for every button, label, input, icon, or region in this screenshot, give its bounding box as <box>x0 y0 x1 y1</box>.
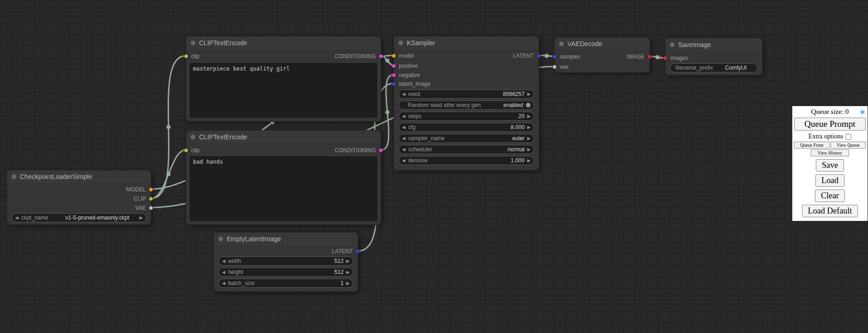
decrement-arrow-icon[interactable]: ◀ <box>402 137 405 141</box>
input-slot-images[interactable]: images <box>663 55 688 61</box>
widget-width[interactable]: ◀ width 512 ▶ <box>218 256 353 266</box>
decrement-arrow-icon[interactable]: ◀ <box>402 159 405 163</box>
widget-ckpt-name[interactable]: ◀ ckpt_name v1-5-pruned-emaonly.ckpt ▶ <box>12 213 146 222</box>
node-header[interactable]: CheckpointLoaderSimple <box>7 170 151 183</box>
vae-connector-icon[interactable] <box>552 65 557 69</box>
node-checkpointloadersimple[interactable]: CheckpointLoaderSimple MODEL CLIP VAE ◀ … <box>6 170 151 225</box>
widget-steps[interactable]: ◀ steps 20 ▶ <box>398 112 534 121</box>
image-connector-icon[interactable] <box>663 56 668 60</box>
clip-connector-icon[interactable] <box>149 196 153 201</box>
clip-connector-icon[interactable] <box>184 54 188 59</box>
node-cliptextencode-positive[interactable]: CLIPTextEncode clip CONDITIONING masterp… <box>186 36 381 122</box>
decrement-arrow-icon[interactable]: ◀ <box>222 281 225 285</box>
decrement-arrow-icon[interactable]: ◀ <box>402 125 405 130</box>
gear-icon[interactable] <box>860 108 865 117</box>
collapse-dot-icon[interactable] <box>191 135 195 139</box>
increment-arrow-icon[interactable]: ▶ <box>139 216 143 220</box>
clip-connector-icon[interactable] <box>184 148 188 153</box>
increment-arrow-icon[interactable]: ▶ <box>527 114 530 119</box>
conditioning-connector-icon[interactable] <box>379 54 383 59</box>
node-header[interactable]: CLIPTextEncode <box>186 36 381 49</box>
input-slot-negative[interactable]: negative <box>392 72 420 78</box>
input-slot-vae[interactable]: vae <box>552 64 568 70</box>
latent-connector-icon[interactable] <box>536 54 541 58</box>
decrement-arrow-icon[interactable]: ◀ <box>402 114 405 119</box>
save-button[interactable]: Save <box>816 159 844 172</box>
widget-scheduler[interactable]: ◀ scheduler normal ▶ <box>398 145 534 154</box>
widget-filename-prefix[interactable]: filename_prefix ComfyUI <box>670 63 758 72</box>
input-slot-clip[interactable]: clip <box>184 53 199 59</box>
decrement-arrow-icon[interactable]: ◀ <box>402 92 405 96</box>
node-header[interactable]: VAEDecode <box>555 37 650 50</box>
latent-connector-icon[interactable] <box>552 54 557 59</box>
clear-button[interactable]: Clear <box>815 190 845 202</box>
vae-connector-icon[interactable] <box>149 206 153 210</box>
widget-height[interactable]: ◀ height 512 ▶ <box>218 268 353 277</box>
increment-arrow-icon[interactable]: ▶ <box>527 148 530 152</box>
collapse-dot-icon[interactable] <box>398 41 403 45</box>
increment-arrow-icon[interactable]: ▶ <box>527 92 530 96</box>
model-connector-icon[interactable] <box>392 54 396 58</box>
output-slot-clip[interactable]: CLIP <box>133 196 153 202</box>
increment-arrow-icon[interactable]: ▶ <box>527 159 530 163</box>
decrement-arrow-icon[interactable]: ◀ <box>402 148 405 152</box>
node-header[interactable]: EmptyLatentImage <box>214 232 358 245</box>
node-saveimage[interactable]: SaveImage images filename_prefix ComfyUI <box>665 38 763 76</box>
view-history-button[interactable]: View History <box>811 149 850 156</box>
increment-arrow-icon[interactable]: ▶ <box>346 281 350 285</box>
extra-options-checkbox[interactable] <box>845 134 851 140</box>
widget-denoise[interactable]: ◀ denoise 1.000 ▶ <box>398 156 534 165</box>
input-slot-positive[interactable]: positive <box>392 63 418 69</box>
image-connector-icon[interactable] <box>647 54 652 59</box>
widget-cfg[interactable]: ◀ cfg 8.000 ▶ <box>398 123 534 132</box>
output-slot-model[interactable]: MODEL <box>126 186 153 193</box>
load-default-button[interactable]: Load Default <box>802 205 858 217</box>
increment-arrow-icon[interactable]: ▶ <box>346 259 350 263</box>
conditioning-connector-icon[interactable] <box>379 148 383 153</box>
model-connector-icon[interactable] <box>149 187 153 192</box>
input-slot-latent-image[interactable]: latent_image <box>392 81 431 87</box>
collapse-dot-icon[interactable] <box>191 41 195 45</box>
collapse-dot-icon[interactable] <box>218 237 223 241</box>
decrement-arrow-icon[interactable]: ◀ <box>222 270 225 274</box>
latent-connector-icon[interactable] <box>356 249 360 254</box>
queue-front-button[interactable]: Queue Front <box>794 142 830 149</box>
node-ksampler[interactable]: KSampler model positive negative latent_… <box>393 36 539 171</box>
collapse-dot-icon[interactable] <box>559 42 564 46</box>
prompt-text-input[interactable]: bad hands <box>190 156 377 221</box>
conditioning-connector-icon[interactable] <box>392 64 396 68</box>
decrement-arrow-icon[interactable]: ◀ <box>15 216 18 220</box>
widget-random-seed-toggle[interactable]: Random seed after every gen enabled <box>398 101 534 110</box>
view-queue-button[interactable]: View Queue <box>831 142 866 149</box>
collapse-dot-icon[interactable] <box>12 174 16 179</box>
input-slot-model[interactable]: model <box>392 53 414 59</box>
increment-arrow-icon[interactable]: ▶ <box>527 137 530 141</box>
prompt-text-input[interactable]: masterpiece best quality girl <box>190 63 377 118</box>
increment-arrow-icon[interactable]: ▶ <box>527 125 530 130</box>
conditioning-connector-icon[interactable] <box>392 73 396 77</box>
widget-sampler-name[interactable]: ◀ sampler_name euler ▶ <box>398 134 534 143</box>
node-header[interactable]: SaveImage <box>665 38 762 51</box>
node-vaedecode[interactable]: VAEDecode samples vae IMAGE <box>554 37 650 73</box>
node-header[interactable]: KSampler <box>394 36 539 49</box>
output-slot-latent[interactable]: LATENT <box>332 248 360 255</box>
widget-seed[interactable]: ◀ seed 8566257 ▶ <box>398 89 534 99</box>
node-cliptextencode-negative[interactable]: CLIPTextEncode clip CONDITIONING bad han… <box>186 130 381 225</box>
load-button[interactable]: Load <box>815 174 844 187</box>
decrement-arrow-icon[interactable]: ◀ <box>222 259 225 263</box>
latent-connector-icon[interactable] <box>392 82 396 86</box>
output-slot-vae[interactable]: VAE <box>135 205 153 211</box>
output-slot-conditioning[interactable]: CONDITIONING <box>335 53 383 59</box>
output-slot-latent[interactable]: LATENT <box>513 53 541 59</box>
queue-prompt-button[interactable]: Queue Prompt <box>794 118 866 131</box>
collapse-dot-icon[interactable] <box>670 42 675 47</box>
output-slot-conditioning[interactable]: CONDITIONING <box>335 147 383 154</box>
output-slot-image[interactable]: IMAGE <box>627 54 652 60</box>
increment-arrow-icon[interactable]: ▶ <box>346 270 350 274</box>
input-slot-samples[interactable]: samples <box>552 54 580 60</box>
node-header[interactable]: CLIPTextEncode <box>186 131 381 143</box>
widget-batch-size[interactable]: ◀ batch_size 1 ▶ <box>218 279 353 288</box>
toggle-on-icon[interactable] <box>526 103 530 107</box>
node-emptylatentimage[interactable]: EmptyLatentImage LATENT ◀ width 512 ▶ ◀ … <box>213 232 358 292</box>
input-slot-clip[interactable]: clip <box>184 147 199 154</box>
